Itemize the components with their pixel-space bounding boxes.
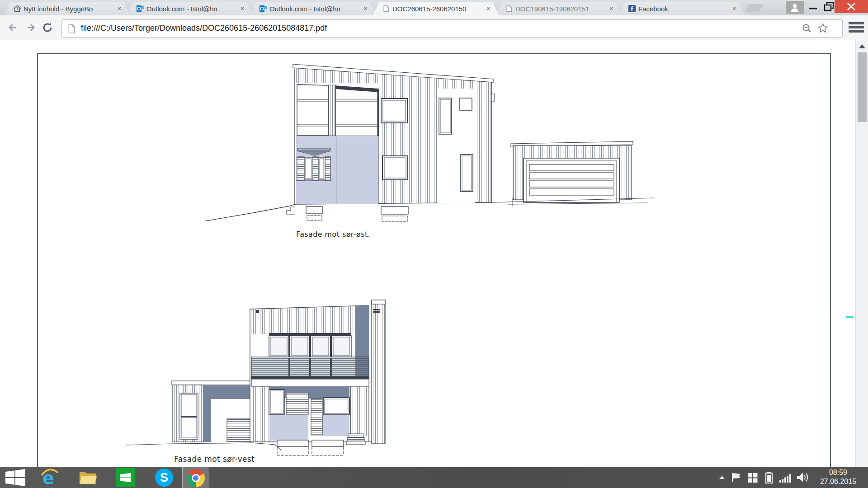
back-icon — [6, 21, 20, 34]
new-tab-button[interactable] — [745, 4, 764, 12]
tab-label: Outlook.com - tstol@ho — [146, 5, 238, 13]
tab-byggebolig[interactable]: Nytt innhold - ByggeBo ✕ — [4, 2, 130, 15]
reload-button[interactable] — [41, 21, 54, 34]
address-bar[interactable]: file:///C:/Users/Torger/Downloads/DOC260… — [61, 19, 843, 38]
forward-icon — [24, 21, 37, 34]
drawing-label-south-west: Fasade mot sør-vest — [174, 455, 255, 464]
skype-button[interactable]: S — [151, 467, 177, 488]
zoom-out-icon[interactable] — [802, 23, 812, 34]
battery-icon[interactable] — [761, 467, 777, 488]
tab-label: Outlook.com - tstol@ho — [269, 5, 361, 13]
desktop: Nytt innhold - ByggeBo ✕ Outlook.com - t… — [0, 0, 868, 488]
elevation-drawing-south-west — [122, 296, 434, 467]
tab-close-icon[interactable]: ✕ — [239, 5, 246, 12]
internet-explorer-icon: e — [41, 469, 59, 487]
tab-pdf-active[interactable]: DOC260615-260620150 ✕ — [373, 2, 499, 15]
reload-icon — [41, 21, 54, 34]
internet-explorer-button[interactable]: e — [37, 467, 62, 488]
store-icon — [116, 468, 135, 487]
pdf-viewport: Fasade mot sør-øst. — [0, 40, 868, 467]
scroll-up-arrow-icon[interactable] — [859, 44, 865, 48]
tab-close-icon[interactable]: ✕ — [485, 5, 492, 12]
chrome-icon — [187, 469, 205, 487]
facebook-icon — [628, 5, 636, 12]
windows-store-button[interactable] — [112, 467, 138, 488]
elevation-drawing-south-east — [194, 52, 665, 244]
forward-button[interactable] — [24, 21, 37, 34]
tab-outlook-2[interactable]: Outlook.com - tstol@ho ✕ — [250, 2, 376, 15]
tab-label: DOC190615-190620151 — [515, 5, 607, 13]
document-icon — [505, 5, 513, 12]
drawing-label-south-east: Fasade mot sør-øst. — [296, 230, 370, 239]
hamburger-icon — [849, 22, 864, 24]
menu-button[interactable] — [847, 19, 865, 36]
tab-close-icon[interactable]: ✕ — [362, 5, 369, 12]
windows-logo-icon — [5, 469, 25, 486]
browser-frame: Nytt innhold - ByggeBo ✕ Outlook.com - t… — [0, 0, 868, 15]
hidden-icons-chevron[interactable] — [716, 467, 728, 488]
document-icon — [382, 5, 390, 12]
url-text: file:///C:/Users/Torger/Downloads/DOC260… — [81, 23, 327, 33]
back-button[interactable] — [6, 21, 20, 34]
system-tray — [716, 467, 812, 488]
bookmark-star-icon[interactable] — [817, 23, 829, 34]
tab-label: Nytt innhold - ByggeBo — [24, 5, 115, 13]
windows-tray-icon[interactable] — [744, 467, 761, 488]
clock-date: 27.06.2015 — [812, 477, 864, 486]
scrollbar-thumb[interactable] — [858, 52, 867, 122]
close-icon — [835, 0, 868, 13]
outlook-icon — [137, 5, 144, 12]
file-explorer-button[interactable] — [75, 467, 100, 488]
close-button[interactable] — [835, 0, 868, 13]
minimize-button[interactable] — [806, 0, 820, 13]
network-signal-icon[interactable] — [777, 467, 794, 488]
clock-time: 08:59 — [812, 468, 864, 477]
tab-close-icon[interactable]: ✕ — [608, 5, 615, 12]
chrome-button[interactable] — [182, 467, 209, 488]
taskbar-clock[interactable]: 08:59 27.06.2015 — [812, 468, 864, 486]
person-icon — [786, 1, 804, 14]
tab-close-icon[interactable]: ✕ — [731, 5, 738, 12]
tab-pdf-2[interactable]: DOC190615-190620151 ✕ — [495, 2, 622, 15]
folder-icon — [78, 469, 97, 486]
tab-label: Facebook — [638, 5, 730, 13]
tab-outlook-1[interactable]: Outlook.com - tstol@ho ✕ — [127, 2, 253, 15]
browser-toolbar: file:///C:/Users/Torger/Downloads/DOC260… — [0, 15, 868, 40]
volume-icon[interactable] — [794, 467, 812, 488]
action-center-flag-icon[interactable] — [728, 467, 744, 488]
page-icon — [68, 24, 75, 33]
outlook-icon — [259, 5, 267, 12]
vertical-scrollbar[interactable] — [855, 40, 868, 467]
profile-button[interactable] — [786, 1, 804, 14]
cyan-marker — [846, 316, 854, 318]
start-button[interactable] — [4, 467, 27, 488]
minimize-icon — [806, 0, 820, 13]
tab-label: DOC260615-260620150 — [392, 5, 484, 13]
skype-icon: S — [155, 469, 173, 487]
tab-close-icon[interactable]: ✕ — [116, 5, 123, 12]
windows-taskbar: e S — [0, 467, 868, 488]
tab-facebook[interactable]: Facebook ✕ — [618, 2, 745, 15]
house-icon — [14, 5, 21, 12]
